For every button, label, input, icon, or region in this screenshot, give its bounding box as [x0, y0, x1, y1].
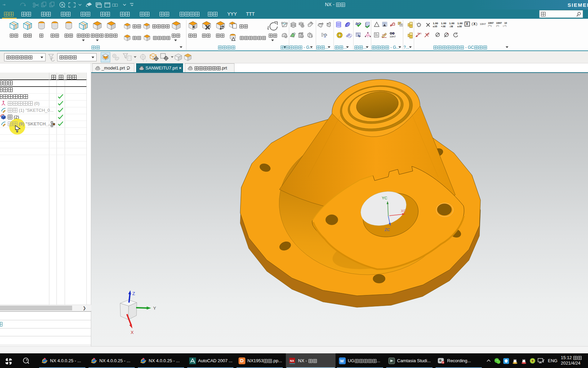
svg-text:(: (	[472, 22, 473, 26]
svg-text:): )	[476, 22, 477, 26]
svg-text:1.00: 1.00	[457, 22, 463, 25]
svg-text:±.08: ±.08	[457, 25, 462, 28]
svg-text:-.08: -.08	[449, 25, 453, 28]
svg-text:1.00: 1.00	[433, 22, 438, 25]
svg-text:(⁬.⁭¹⁵): (⁬.⁭¹⁵)	[503, 25, 506, 27]
svg-text:(⁰⁵¹): (⁰⁵¹)	[488, 25, 492, 27]
svg-text:NX: NX	[290, 359, 294, 363]
svg-text:1.00: 1.00	[449, 22, 455, 25]
svg-text:1.00: 1.00	[441, 22, 446, 25]
svg-text:10: 10	[504, 22, 507, 24]
svg-text:(⁬⁭¹⁵): (⁬⁭¹⁵)	[496, 25, 499, 27]
svg-text:R(0): R(0)	[418, 32, 422, 34]
svg-text:Z: Z	[132, 291, 135, 296]
svg-text:X: X	[473, 22, 476, 26]
svg-text:X: X	[131, 330, 134, 335]
svg-text:I: I	[416, 23, 417, 25]
svg-text:10H7: 10H7	[496, 22, 502, 24]
svg-text:YC: YC	[382, 196, 387, 200]
svg-text:±.05: ±.05	[433, 25, 437, 28]
svg-text:10H7: 10H7	[488, 22, 494, 24]
svg-text:+.08: +.08	[441, 25, 445, 28]
svg-text:X: X	[466, 22, 468, 26]
svg-text:ZC: ZC	[385, 228, 390, 232]
svg-text:Y: Y	[153, 306, 156, 311]
svg-text:□□: □□	[112, 2, 118, 7]
svg-text:10H7: 10H7	[390, 35, 396, 38]
svg-text:XC: XC	[401, 209, 406, 213]
svg-text:R0: R0	[427, 33, 429, 35]
svg-text:10H7: 10H7	[480, 22, 486, 26]
